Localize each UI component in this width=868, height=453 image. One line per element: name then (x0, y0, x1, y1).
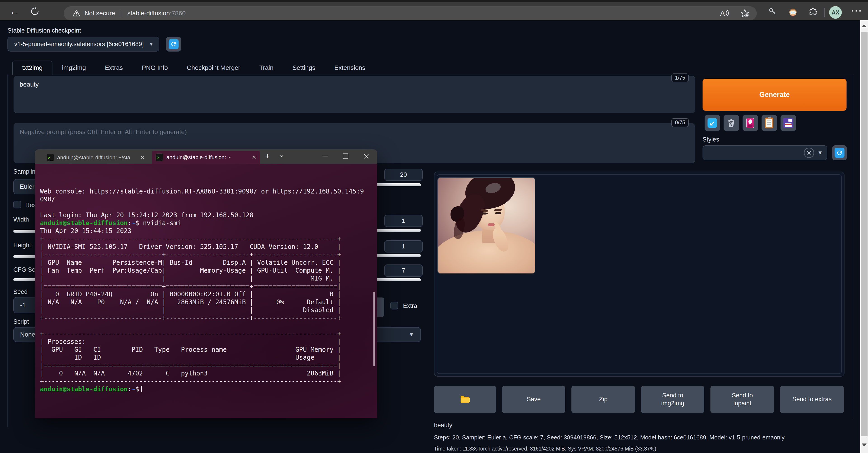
checkpoint-label: Stable Diffusion checkpoint (7, 27, 81, 34)
minimize-icon[interactable] (322, 156, 328, 156)
clipboard-icon (765, 118, 773, 128)
toolbar-divider (824, 8, 825, 17)
maximize-icon[interactable] (343, 153, 348, 159)
tab-extras[interactable]: Extras (95, 61, 132, 75)
seed-value: -1 (20, 302, 26, 309)
chevron-down-icon: ▼ (409, 331, 414, 338)
browser-menu-icon[interactable]: ⋯ (850, 1, 862, 20)
close-window-icon[interactable] (363, 153, 370, 159)
prompt-input[interactable]: beauty (13, 76, 695, 113)
page-scrollbar-thumb[interactable] (861, 32, 868, 436)
prompt-wrap: beauty 1/75 (13, 76, 695, 113)
batch-count-value[interactable]: 1 (384, 215, 423, 227)
open-folder-button[interactable] (434, 386, 496, 413)
tab-train[interactable]: Train (250, 61, 283, 75)
send-to-img2img-button[interactable]: Send to img2img (641, 386, 704, 413)
seed-label: Seed (13, 289, 28, 296)
terminal-tab-title: anduin@stable-diffusion: ~ (166, 154, 231, 160)
save-button[interactable]: Save (502, 386, 565, 413)
tab-bar: txt2img img2img Extras PNG Info Checkpoi… (12, 61, 375, 75)
generate-button[interactable]: Generate (703, 79, 846, 111)
checkpoint-dropdown[interactable]: v1-5-pruned-emaonly.safetensors [6ce0161… (7, 37, 159, 52)
clear-prompt-button[interactable] (723, 115, 739, 131)
checkpoint-refresh-button[interactable] (166, 37, 181, 52)
extra-seed-checkbox[interactable] (391, 302, 398, 309)
generation-params: Steps: 20, Sampler: Euler a, CFG scale: … (434, 434, 784, 441)
card-icon (746, 118, 754, 128)
arrow-lower-left-icon: ↙ (708, 118, 717, 128)
tab-img2img[interactable]: img2img (53, 61, 95, 75)
screen: ← Not secure stable-diffusion:7860 A (0, 0, 868, 453)
send-to-inpaint-button[interactable]: Send to inpaint (710, 386, 774, 413)
profile-avatar[interactable]: AX (829, 6, 842, 19)
paste-params-button[interactable]: ↙ (705, 115, 720, 131)
chevron-down-icon: ▼ (817, 150, 823, 156)
terminal-icon: >_ (156, 153, 163, 161)
container-border-right (852, 74, 853, 418)
scroll-down-icon[interactable] (862, 444, 867, 447)
terminal-output: Thu Apr 20 15:44:15 2023 +--------------… (40, 227, 377, 385)
tab-checkpoint-merger[interactable]: Checkpoint Merger (178, 61, 250, 75)
steps-value[interactable]: 20 (384, 169, 423, 181)
reload-icon[interactable] (30, 6, 40, 16)
script-label: Script (13, 318, 29, 325)
styles-dropdown[interactable]: ▼ (703, 145, 827, 160)
clear-styles-icon[interactable] (804, 148, 814, 158)
url-port: :7860 (170, 10, 186, 17)
zip-button[interactable]: Zip (571, 386, 635, 413)
terminal-body[interactable]: Web console: https://stable-diffusion.RT… (35, 164, 377, 418)
terminal-prompt-line: anduin@stable-diffusion:~$ (40, 385, 377, 393)
trash-icon (726, 118, 736, 128)
width-label: Width (13, 216, 29, 223)
terminal-tab-2[interactable]: >_ anduin@stable-diffusion: ~ (152, 151, 260, 164)
close-tab-icon[interactable] (247, 155, 256, 159)
url-host[interactable]: stable-diffusion (127, 10, 170, 17)
close-tab-icon[interactable] (136, 155, 145, 160)
extensions-puzzle-icon[interactable] (808, 7, 818, 17)
send-to-extras-button[interactable]: Send to extras (780, 386, 844, 413)
restore-faces-checkbox[interactable] (13, 201, 21, 208)
terminal-titlebar[interactable]: >_ anduin@stable-diffusion: ~/sta >_ and… (35, 149, 377, 164)
add-favorite-icon[interactable] (740, 8, 750, 19)
time-vram-info: Time taken: 11.88sTorch active/reserved:… (434, 446, 656, 452)
folder-icon (460, 395, 470, 404)
pill-divider (121, 9, 121, 17)
passwords-key-icon[interactable] (768, 7, 777, 16)
styles-label: Styles (703, 136, 719, 143)
back-icon[interactable]: ← (9, 2, 20, 20)
time-taken: Time taken: 11.88s (434, 446, 477, 452)
output-caption: beauty (434, 422, 452, 429)
read-aloud-icon[interactable]: A (719, 8, 729, 18)
save-style-button[interactable] (780, 115, 796, 131)
vram-stats: Torch active/reserved: 3161/4202 MiB, Sy… (477, 446, 656, 452)
terminal-output: Web console: https://stable-diffusion.RT… (40, 187, 377, 219)
apply-style-button[interactable] (762, 115, 777, 131)
new-tab-icon[interactable]: + (265, 152, 270, 160)
extra-networks-button[interactable] (743, 115, 758, 131)
security-label[interactable]: Not secure (85, 10, 115, 17)
tab-png-info[interactable]: PNG Info (132, 61, 177, 75)
tab-extensions[interactable]: Extensions (325, 61, 375, 75)
scroll-up-icon[interactable] (862, 24, 867, 27)
terminal-tab-1[interactable]: >_ anduin@stable-diffusion: ~/sta (43, 151, 149, 164)
styles-refresh-button[interactable] (832, 145, 847, 160)
terminal-scrollbar[interactable] (373, 292, 375, 366)
cfg-scale-value[interactable]: 7 (384, 265, 423, 277)
tab-dropdown-icon[interactable]: ⌄ (279, 151, 284, 159)
container-border-left (7, 74, 8, 427)
warning-icon (72, 9, 81, 18)
terminal-icon: >_ (46, 154, 54, 161)
terminal-window[interactable]: >_ anduin@stable-diffusion: ~/sta >_ and… (35, 149, 377, 418)
height-label: Height (13, 242, 31, 249)
chevron-down-icon: ▾ (150, 41, 153, 47)
browser-toolbar: ← Not secure stable-diffusion:7860 A (0, 2, 868, 20)
address-bar[interactable]: Not secure stable-diffusion:7860 A (64, 6, 757, 20)
terminal-prompt-line: anduin@stable-diffusion:~$ nvidia-smi (40, 219, 377, 227)
batch-size-value[interactable]: 1 (384, 240, 423, 252)
refresh-icon (835, 148, 844, 158)
profile-extension-icon[interactable] (788, 7, 798, 17)
generated-image[interactable] (437, 177, 535, 274)
prompt-token-counter: 1/75 (671, 73, 689, 82)
tab-txt2img[interactable]: txt2img (12, 61, 53, 75)
tab-settings[interactable]: Settings (283, 61, 325, 75)
